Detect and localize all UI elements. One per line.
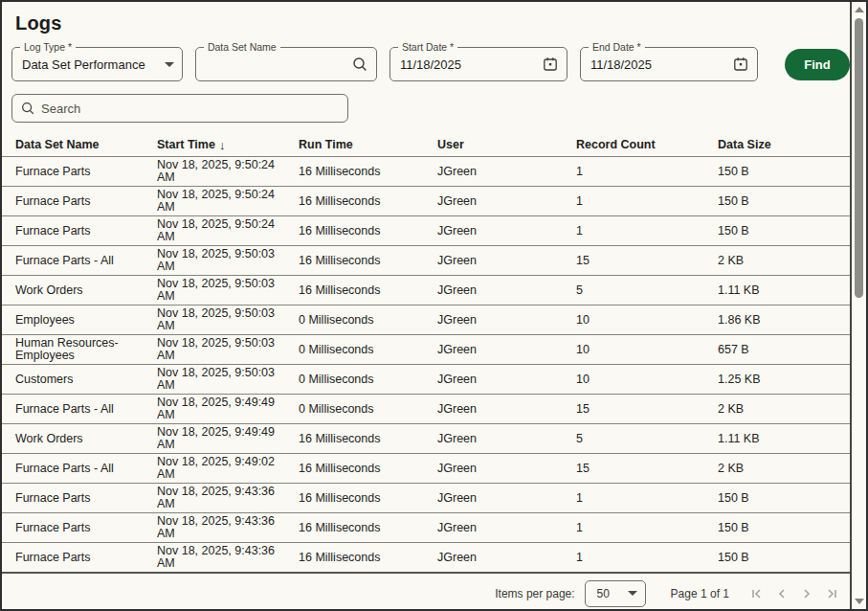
cell-data-set-name: Employees xyxy=(15,314,157,327)
cell-run-time: 16 Milliseconds xyxy=(299,463,437,475)
find-button[interactable]: Find xyxy=(785,49,850,80)
scrollbar-thumb[interactable] xyxy=(855,18,863,298)
data-set-name-input[interactable] xyxy=(206,57,351,72)
cell-record-count: 10 xyxy=(576,314,718,327)
start-date-field: Start Date * xyxy=(389,47,568,81)
table-row[interactable]: Furnace Parts - All Nov 18, 2025, 9:50:0… xyxy=(2,246,850,276)
cell-record-count: 15 xyxy=(576,463,718,475)
cell-start-time: Nov 18, 2025, 9:50:03 AM xyxy=(157,278,299,303)
search-icon xyxy=(20,101,35,116)
cell-data-size: 150 B xyxy=(718,522,850,534)
cell-data-size: 150 B xyxy=(718,166,850,178)
cell-run-time: 16 Milliseconds xyxy=(299,492,437,505)
table-row[interactable]: Furnace Parts Nov 18, 2025, 9:43:36 AM 1… xyxy=(2,543,850,573)
column-header-start-time[interactable]: Start Time ↓ xyxy=(157,139,299,151)
table-row[interactable]: Furnace Parts Nov 18, 2025, 9:43:36 AM 1… xyxy=(2,513,850,543)
cell-data-set-name: Human Resources-Employees xyxy=(15,337,157,362)
logs-table: Data Set Name Start Time ↓ Run Time User… xyxy=(2,134,850,577)
end-date-label: End Date * xyxy=(589,41,645,53)
table-row[interactable]: Work Orders Nov 18, 2025, 9:50:03 AM 16 … xyxy=(2,276,850,306)
cell-user: JGreen xyxy=(437,195,576,208)
cell-user: JGreen xyxy=(437,166,576,178)
table-row[interactable]: Furnace Parts Nov 18, 2025, 9:50:24 AM 1… xyxy=(2,157,850,187)
cell-record-count: 1 xyxy=(576,492,718,505)
calendar-icon[interactable] xyxy=(732,56,749,73)
next-page-button[interactable] xyxy=(796,583,817,604)
log-type-select[interactable]: Log Type * Data Set Performance xyxy=(11,47,183,81)
cell-data-set-name: Furnace Parts xyxy=(15,552,157,564)
column-header-run-time[interactable]: Run Time xyxy=(299,139,437,151)
chevron-right-icon xyxy=(799,586,814,601)
sort-descending-icon[interactable]: ↓ xyxy=(219,139,226,151)
items-per-page-select[interactable]: 50 xyxy=(585,580,646,607)
cell-data-size: 2 KB xyxy=(718,463,850,475)
cell-user: JGreen xyxy=(437,225,576,238)
column-header-data-size[interactable]: Data Size xyxy=(718,139,850,151)
table-row[interactable]: Customers Nov 18, 2025, 9:50:03 AM 0 Mil… xyxy=(2,365,850,395)
column-header-user[interactable]: User xyxy=(437,139,576,151)
cell-data-set-name: Furnace Parts xyxy=(15,492,157,505)
logs-window: Logs Log Type * Data Set Performance Dat… xyxy=(0,0,868,611)
cell-record-count: 1 xyxy=(576,225,718,238)
cell-start-time: Nov 18, 2025, 9:43:36 AM xyxy=(157,486,299,510)
scroll-up-icon[interactable] xyxy=(855,7,864,12)
table-row[interactable]: Work Orders Nov 18, 2025, 9:49:49 AM 16 … xyxy=(2,424,850,454)
search-input[interactable] xyxy=(41,102,340,116)
scroll-down-icon[interactable] xyxy=(855,599,864,604)
table-body: Furnace Parts Nov 18, 2025, 9:50:24 AM 1… xyxy=(2,157,850,573)
table-row[interactable]: Furnace Parts Nov 18, 2025, 9:43:36 AM 1… xyxy=(2,484,850,513)
end-date-input[interactable] xyxy=(590,57,732,72)
cell-run-time: 16 Milliseconds xyxy=(299,195,437,208)
cell-data-set-name: Work Orders xyxy=(15,433,157,445)
cell-user: JGreen xyxy=(437,522,576,534)
cell-run-time: 0 Milliseconds xyxy=(299,403,437,416)
cell-start-time: Nov 18, 2025, 9:43:36 AM xyxy=(157,515,299,540)
items-per-page-value: 50 xyxy=(597,587,610,600)
cell-user: JGreen xyxy=(437,255,576,267)
table-row[interactable]: Furnace Parts Nov 18, 2025, 9:50:24 AM 1… xyxy=(2,216,850,246)
vertical-scrollbar[interactable] xyxy=(850,2,866,609)
filter-bar: Log Type * Data Set Performance Data Set… xyxy=(11,47,850,81)
start-date-input[interactable] xyxy=(400,57,542,72)
table-search-field xyxy=(11,94,348,123)
end-date-field: End Date * xyxy=(580,47,758,81)
cell-data-size: 2 KB xyxy=(718,403,850,416)
cell-run-time: 16 Milliseconds xyxy=(299,284,437,297)
cell-start-time: Nov 18, 2025, 9:49:02 AM xyxy=(157,456,299,481)
search-icon[interactable] xyxy=(351,56,368,73)
cell-data-size: 657 B xyxy=(718,344,850,356)
table-row[interactable]: Employees Nov 18, 2025, 9:50:03 AM 0 Mil… xyxy=(2,306,850,335)
cell-user: JGreen xyxy=(437,373,576,386)
pagination-buttons xyxy=(746,583,842,604)
cell-data-set-name: Furnace Parts xyxy=(15,195,157,208)
cell-user: JGreen xyxy=(437,433,576,445)
cell-data-size: 1.86 KB xyxy=(718,314,850,327)
table-row[interactable]: Furnace Parts Nov 18, 2025, 9:50:24 AM 1… xyxy=(2,187,850,216)
table-row[interactable]: Human Resources-Employees Nov 18, 2025, … xyxy=(2,335,850,365)
cell-data-set-name: Furnace Parts - All xyxy=(15,255,157,267)
table-header-row: Data Set Name Start Time ↓ Run Time User… xyxy=(2,134,850,157)
cell-start-time: Nov 18, 2025, 9:49:49 AM xyxy=(157,426,299,451)
cell-start-time: Nov 18, 2025, 9:43:36 AM xyxy=(157,545,299,570)
cell-data-set-name: Furnace Parts - All xyxy=(15,403,157,416)
cell-data-set-name: Furnace Parts xyxy=(15,522,157,534)
cell-record-count: 1 xyxy=(576,552,718,564)
cell-data-set-name: Customers xyxy=(15,373,157,386)
log-type-value: Data Set Performance xyxy=(22,57,159,72)
column-header-data-set-name[interactable]: Data Set Name xyxy=(15,139,157,151)
column-header-record-count[interactable]: Record Count xyxy=(576,139,718,151)
cell-record-count: 1 xyxy=(576,195,718,208)
table-row[interactable]: Furnace Parts - All Nov 18, 2025, 9:49:4… xyxy=(2,395,850,424)
cell-data-size: 2 KB xyxy=(718,255,850,267)
cell-data-set-name: Work Orders xyxy=(15,284,157,297)
last-page-button[interactable] xyxy=(821,583,842,604)
first-page-button[interactable] xyxy=(746,583,768,604)
previous-page-button[interactable] xyxy=(771,583,792,604)
cell-start-time: Nov 18, 2025, 9:50:24 AM xyxy=(157,189,299,214)
table-row[interactable]: Furnace Parts - All Nov 18, 2025, 9:49:0… xyxy=(2,454,850,484)
calendar-icon[interactable] xyxy=(542,56,559,73)
cell-run-time: 16 Milliseconds xyxy=(299,433,437,445)
cell-record-count: 5 xyxy=(576,284,718,297)
cell-user: JGreen xyxy=(437,403,576,416)
cell-user: JGreen xyxy=(437,344,576,356)
